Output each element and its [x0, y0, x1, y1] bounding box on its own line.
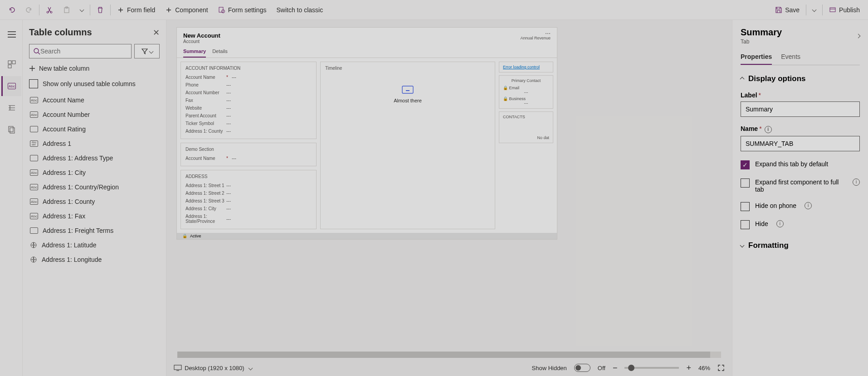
info-icon[interactable]: i [805, 202, 812, 209]
tab-details[interactable]: Details [212, 48, 228, 58]
form-field[interactable]: Address 1: Street 2--- [185, 189, 312, 197]
form-field[interactable]: Ticker Symbol--- [185, 120, 312, 127]
column-item[interactable]: AbcAddress 1: City [29, 165, 160, 180]
show-unused-label: Show only unused table columns [43, 80, 136, 87]
form-field[interactable]: Phone--- [185, 81, 312, 89]
paste-button[interactable] [59, 5, 74, 15]
undo-button[interactable] [5, 5, 19, 15]
svg-point-12 [34, 48, 39, 53]
display-options-header[interactable]: Display options [741, 74, 860, 83]
error-card[interactable]: Error loading control [499, 62, 553, 72]
column-item[interactable]: Account Rating [29, 122, 160, 136]
column-item[interactable]: Address 1: Longitude [29, 252, 160, 267]
column-item[interactable]: Address 1: Latitude [29, 238, 160, 252]
column-item[interactable]: AbcdefAddress 1 [29, 136, 160, 151]
rail-tree[interactable] [1, 98, 21, 118]
horizontal-scrollbar[interactable] [172, 350, 727, 358]
form-field[interactable]: Address 1: State/Province--- [185, 212, 312, 225]
contacts-card[interactable]: CONTACTS No dat [499, 111, 553, 143]
form-field[interactable]: Address 1: Street 1--- [185, 182, 312, 189]
form-field[interactable]: Parent Account--- [185, 112, 312, 120]
form-field[interactable]: Account Name*--- [185, 73, 312, 81]
form-preview[interactable]: New Account Account ⋯ Annual Revenue Sum… [176, 27, 557, 240]
search-box[interactable] [29, 44, 132, 58]
publish-button[interactable]: Publish [825, 5, 863, 15]
switch-to-classic-button[interactable]: Switch to classic [273, 5, 327, 15]
hide-checkbox[interactable] [741, 220, 750, 229]
save-button[interactable]: Save [771, 5, 803, 15]
hide-phone-checkbox[interactable] [741, 202, 750, 211]
save-dropdown[interactable] [809, 6, 819, 13]
timeline-section[interactable]: Timeline Almost there [320, 62, 495, 229]
zoom-out-button[interactable]: − [613, 363, 618, 373]
svg-rect-6 [830, 8, 835, 12]
name-input[interactable] [741, 136, 860, 151]
rail-table-columns[interactable]: Abc [1, 76, 21, 96]
delete-button[interactable] [93, 5, 107, 15]
canvas-bottom-controls: Desktop (1920 x 1080) Show Hidden Off − … [166, 360, 732, 376]
column-item[interactable]: Address 1: Address Type [29, 151, 160, 165]
left-rail: Abc [0, 20, 23, 376]
cut-button[interactable] [42, 5, 57, 15]
search-input[interactable] [40, 48, 127, 55]
section-account-info[interactable]: ACCOUNT INFORMATION Account Name*---Phon… [180, 62, 317, 139]
form-field[interactable]: Address 1: City--- [185, 205, 312, 212]
column-item[interactable]: AbcAccount Number [29, 107, 160, 122]
form-field[interactable]: Address 1: County--- [185, 127, 312, 135]
rail-form-libraries[interactable] [1, 120, 21, 140]
new-table-column-button[interactable]: New table column [29, 65, 160, 72]
tab-summary[interactable]: Summary [183, 48, 206, 58]
zoom-in-button[interactable]: + [686, 363, 691, 373]
annual-revenue-label: Annual Revenue [520, 36, 551, 40]
collapse-panel-icon[interactable] [856, 34, 861, 39]
expand-default-label: Expand this tab by default [755, 160, 828, 168]
tab-properties[interactable]: Properties [741, 53, 772, 65]
close-icon[interactable]: ✕ [153, 28, 160, 38]
filter-button[interactable] [134, 44, 160, 58]
column-item[interactable]: AbcAddress 1: County [29, 194, 160, 209]
rail-hamburger[interactable] [1, 24, 21, 44]
column-item[interactable]: Address 1: Freight Terms [29, 223, 160, 238]
section-demo[interactable]: Demo Section Account Name*--- [180, 143, 317, 166]
form-canvas: New Account Account ⋯ Annual Revenue Sum… [166, 20, 732, 376]
redo-button[interactable] [22, 5, 36, 15]
info-icon[interactable]: i [853, 178, 860, 186]
form-field[interactable]: Account Number--- [185, 89, 312, 96]
form-entity: Account [183, 39, 551, 44]
rp-subtitle: Tab [741, 39, 782, 45]
column-item[interactable]: AbcAddress 1: Fax [29, 209, 160, 223]
form-settings-button[interactable]: Form settings [215, 5, 270, 15]
paste-dropdown[interactable] [77, 6, 87, 13]
primary-contact-card[interactable]: Primary Contact 🔒 Email --- 🔒 Business -… [499, 75, 553, 109]
expand-first-label: Expand first component to full tab [755, 178, 844, 193]
column-item[interactable]: AbcAccount Name [29, 93, 160, 107]
section-address[interactable]: ADDRESS Address 1: Street 1---Address 1:… [180, 170, 317, 229]
columns-list: AbcAccount NameAbcAccount NumberAccount … [29, 93, 160, 376]
show-hidden-toggle[interactable] [574, 364, 590, 372]
form-field[interactable]: Fax--- [185, 96, 312, 104]
properties-panel: Summary Tab Properties Events Display op… [732, 20, 868, 376]
zoom-slider[interactable] [624, 367, 679, 369]
svg-rect-11 [10, 128, 15, 133]
desktop-icon [174, 365, 182, 371]
form-field[interactable]: Address 1: Street 3--- [185, 197, 312, 205]
info-icon[interactable]: i [765, 126, 772, 133]
form-field[interactable]: Website--- [185, 104, 312, 112]
add-component-button[interactable]: Component [161, 5, 211, 15]
show-unused-checkbox[interactable] [29, 79, 38, 88]
device-selector[interactable]: Desktop (1920 x 1080) [174, 365, 252, 371]
expand-default-checkbox[interactable]: ✓ [741, 160, 750, 169]
rail-components[interactable] [1, 54, 21, 74]
info-icon[interactable]: i [776, 220, 784, 227]
formatting-header[interactable]: Formatting [741, 241, 860, 250]
add-form-field-button[interactable]: Form field [113, 5, 159, 15]
hide-phone-label: Hide on phone [755, 202, 796, 209]
fit-to-screen-icon[interactable] [717, 364, 725, 371]
label-input[interactable] [741, 101, 860, 117]
form-field[interactable]: Account Name*--- [185, 154, 312, 162]
column-item[interactable]: AbcAddress 1: Country/Region [29, 180, 160, 194]
timeline-icon [401, 84, 414, 95]
tab-events[interactable]: Events [781, 53, 800, 65]
expand-first-checkbox[interactable] [741, 178, 750, 188]
panel-title: Table columns [29, 27, 92, 38]
